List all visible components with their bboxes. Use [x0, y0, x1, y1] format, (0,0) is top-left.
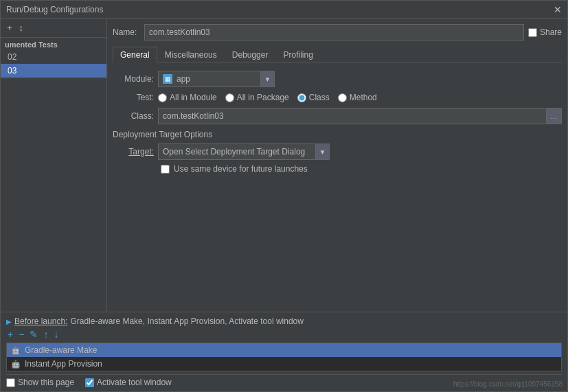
radio-method: Method — [338, 93, 377, 102]
test-radio-group: All in Module All in Package Class — [158, 93, 377, 102]
launch-up-btn[interactable]: ↑ — [42, 329, 49, 340]
same-device-checkbox[interactable] — [161, 165, 170, 174]
radio-all-in-package-label[interactable]: All in Package — [237, 93, 289, 102]
class-row: Class: ... — [113, 108, 562, 124]
sidebar-toolbar: + ↕ — [1, 19, 106, 38]
sidebar-item-03[interactable]: 03 — [1, 64, 106, 78]
launch-remove-btn[interactable]: − — [17, 329, 25, 340]
module-row: Module: ▦ app ▼ — [113, 71, 562, 87]
module-select-wrap: ▦ app ▼ — [158, 71, 275, 87]
tabs: General Miscellaneous Debugger Profiling — [113, 46, 562, 62]
test-label: Test: — [113, 93, 154, 102]
instant-app-android-icon: 🤖 — [11, 359, 21, 369]
name-label: Name: — [113, 27, 140, 37]
deployment-section-title: Deployment Target Options — [113, 130, 562, 139]
share-checkbox-row: Share — [528, 27, 562, 37]
radio-all-in-module: All in Module — [158, 93, 217, 102]
tab-debugger[interactable]: Debugger — [225, 47, 276, 62]
before-launch-triangle[interactable]: ▶ — [6, 318, 12, 325]
sidebar-list: umented Tests 02 03 — [1, 38, 106, 312]
target-value: Open Select Deployment Target Dialog — [163, 147, 305, 157]
sidebar: + ↕ umented Tests 02 03 — [1, 19, 107, 312]
target-select[interactable]: Open Select Deployment Target Dialog — [158, 143, 316, 160]
form-section: Module: ▦ app ▼ Test: — [113, 68, 562, 306]
dialog-window: Run/Debug Configurations ✕ + ↕ umented T… — [0, 0, 568, 392]
deployment-section: Deployment Target Options Target: Open S… — [113, 130, 562, 174]
radio-method-label[interactable]: Method — [350, 93, 377, 102]
launch-edit-btn[interactable]: ✎ — [28, 329, 39, 340]
name-row: Name: Share — [113, 24, 562, 41]
same-device-row: Use same device for future launches — [161, 164, 562, 174]
close-button[interactable]: ✕ — [554, 5, 562, 14]
radio-all-in-module-label[interactable]: All in Module — [170, 93, 217, 102]
target-dropdown-btn[interactable]: ▼ — [316, 143, 330, 160]
name-input[interactable] — [144, 24, 524, 41]
tab-profiling[interactable]: Profiling — [275, 47, 320, 62]
sort-config-button[interactable]: ↕ — [17, 21, 26, 34]
show-page-item: Show this page — [6, 378, 74, 387]
show-page-checkbox[interactable] — [6, 378, 15, 387]
radio-method-input[interactable] — [338, 93, 347, 102]
target-select-wrap: Open Select Deployment Target Dialog ▼ — [158, 143, 330, 160]
launch-list: 🤖 Gradle-aware Make 🤖 Instant App Provis… — [6, 343, 562, 371]
same-device-label[interactable]: Use same device for future launches — [174, 164, 308, 174]
activate-tool-checkbox[interactable] — [85, 378, 94, 387]
main-content: + ↕ umented Tests 02 03 Name: Share — [1, 19, 567, 312]
launch-add-btn[interactable]: + — [6, 329, 14, 340]
before-launch-label: Before launch: — [14, 316, 67, 326]
config-panel: Name: Share General Miscellaneous Debugg… — [107, 19, 567, 312]
launch-toolbar: + − ✎ ↑ ↓ — [6, 329, 562, 340]
module-value: app — [177, 74, 190, 84]
share-checkbox[interactable] — [528, 28, 537, 37]
module-select[interactable]: ▦ app — [158, 71, 261, 87]
before-launch-header: ▶ Before launch: Gradle-aware Make, Inst… — [6, 316, 562, 326]
launch-item-gradle[interactable]: 🤖 Gradle-aware Make — [7, 343, 561, 357]
radio-all-in-package: All in Package — [225, 93, 289, 102]
add-config-button[interactable]: + — [5, 21, 14, 34]
title-bar: Run/Debug Configurations ✕ — [1, 1, 567, 19]
test-row: Test: All in Module All in Package Cl — [113, 93, 562, 102]
tab-miscellaneous[interactable]: Miscellaneous — [157, 47, 225, 62]
gradle-android-icon: 🤖 — [11, 345, 21, 355]
launch-item-instant-app[interactable]: 🤖 Instant App Provision — [7, 357, 561, 371]
radio-all-in-module-input[interactable] — [158, 93, 167, 102]
class-label: Class: — [113, 111, 154, 121]
dialog-title: Run/Debug Configurations — [6, 5, 103, 14]
activate-tool-item: Activate tool window — [85, 378, 172, 387]
class-ellipsis-btn[interactable]: ... — [547, 108, 562, 124]
radio-all-in-package-input[interactable] — [225, 93, 234, 102]
launch-item-gradle-label: Gradle-aware Make — [25, 345, 97, 355]
sidebar-section-label: umented Tests — [1, 38, 106, 50]
class-input-wrap: ... — [158, 108, 562, 124]
launch-item-instant-app-label: Instant App Provision — [25, 359, 102, 369]
radio-class-label[interactable]: Class — [309, 93, 330, 102]
bottom-section: ▶ Before launch: Gradle-aware Make, Inst… — [1, 312, 567, 391]
radio-class-input[interactable] — [297, 93, 306, 102]
tab-general[interactable]: General — [113, 47, 157, 62]
show-page-label[interactable]: Show this page — [18, 378, 74, 387]
activate-tool-label[interactable]: Activate tool window — [97, 378, 172, 387]
module-dropdown-btn[interactable]: ▼ — [261, 71, 275, 87]
watermark: https://blog.csdn.net/qq1097456158 — [453, 380, 563, 388]
sidebar-item-02[interactable]: 02 — [1, 50, 106, 64]
target-label: Target: — [113, 147, 154, 157]
before-launch-text: Gradle-aware Make, Instant App Provision… — [70, 316, 304, 326]
module-icon: ▦ — [163, 74, 172, 84]
launch-down-btn[interactable]: ↓ — [52, 329, 60, 340]
radio-class: Class — [297, 93, 330, 102]
class-input[interactable] — [158, 108, 547, 124]
share-label[interactable]: Share — [540, 27, 562, 37]
target-row: Target: Open Select Deployment Target Di… — [113, 143, 562, 160]
module-label: Module: — [113, 74, 154, 84]
